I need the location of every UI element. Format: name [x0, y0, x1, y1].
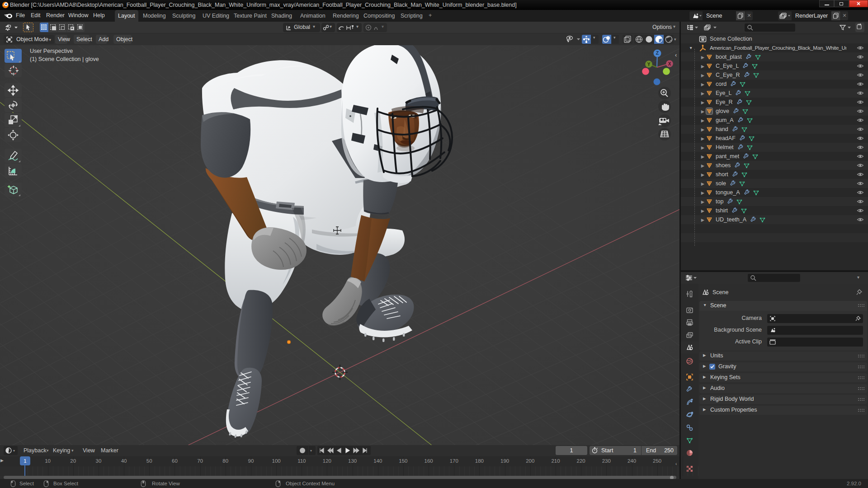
svg-text:(1) Scene Collection | glove: (1) Scene Collection | glove — [30, 56, 99, 62]
svg-text:X: X — [668, 61, 671, 66]
svg-text:Z: Z — [656, 50, 659, 56]
svg-text:Y: Y — [647, 62, 651, 67]
svg-text:‹: ‹ — [675, 52, 677, 58]
svg-text:User Perspective: User Perspective — [30, 48, 73, 54]
